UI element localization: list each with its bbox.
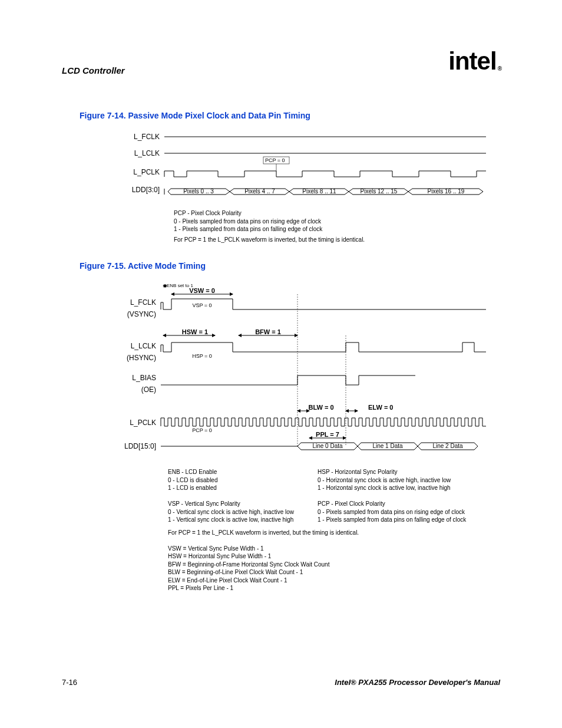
page-footer: 7-16 Intel® PXA255 Processor Developer's… bbox=[62, 678, 500, 687]
fig15-fclk-sub: (VSYNC) bbox=[127, 310, 156, 318]
fig15-lb-5: BLW = Beginning-of-Line Pixel Clock Wait… bbox=[168, 568, 500, 577]
fig15-lbias-label: L_BIAS bbox=[132, 374, 156, 382]
fig15-ll-2: 1 - LCD is enabled bbox=[168, 484, 294, 492]
fig14-cell-1: Pixels 4 .. 7 bbox=[244, 188, 275, 195]
fig15-lr-5: 0 - Pixels sampled from data pins on ris… bbox=[318, 508, 466, 516]
fig14-pcp-label: PCP = 0 bbox=[265, 157, 285, 163]
fig14-cell-2: Pixels 8 .. 11 bbox=[302, 188, 336, 195]
fig15-pclk-label: L_PCLK bbox=[130, 419, 156, 427]
fig14-cell-3: Pixels 12 .. 15 bbox=[361, 188, 398, 195]
fig15-bfw: BFW = 1 bbox=[255, 328, 281, 335]
fig15-legend: ENB - LCD Enable 0 - LCD is disabled 1 -… bbox=[168, 468, 500, 592]
figure-15-diagram: ENB set to 1 VSW = 0 L_FCLK (VSYNC) VSP … bbox=[121, 281, 500, 460]
fig14-legend-3: For PCP = 1 the L_PCLK waveform is inver… bbox=[174, 236, 500, 244]
fig15-lb-2: VSW = Vertical Sync Pulse Width - 1 bbox=[168, 545, 500, 553]
section-title: LCD Controller bbox=[62, 65, 125, 75]
fig14-lclk-label: L_LCLK bbox=[134, 149, 160, 157]
figure-14-caption: Figure 7-14. Passive Mode Pixel Clock an… bbox=[80, 111, 500, 120]
fig15-ldd-label: LDD[15:0] bbox=[124, 442, 156, 450]
fig15-lb-6: ELW = End-of-Line Pixel Clock Wait Count… bbox=[168, 577, 500, 585]
fig15-lr-0: HSP - Horizontal Sync Polarity bbox=[318, 468, 466, 476]
fig14-cell-4: Pixels 16 .. 19 bbox=[428, 188, 465, 195]
fig15-lb-0: For PCP = 1 the L_PCLK waveform is inver… bbox=[168, 529, 500, 537]
page-header: LCD Controller intel® bbox=[62, 47, 500, 75]
fig15-lr-2: 1 - Horizontal sync clock is active low,… bbox=[318, 484, 466, 492]
fig15-svg: ENB set to 1 VSW = 0 L_FCLK (VSYNC) VSP … bbox=[121, 281, 486, 458]
intel-logo: intel® bbox=[448, 47, 500, 75]
fig15-lbias-sub: (OE) bbox=[141, 386, 156, 394]
fig14-legend-1: 0 - Pixels sampled from data pins on ris… bbox=[174, 218, 500, 226]
fig15-pcp: PCP = 0 bbox=[192, 427, 212, 433]
figure-14-diagram: L_FCLK L_LCLK PCP = 0 L_PCLK LDD[3:0] bbox=[127, 131, 500, 203]
fig15-legend-right-col: HSP - Horizontal Sync Polarity 0 - Horiz… bbox=[318, 468, 466, 524]
fig15-ll-1: 0 - LCD is disabled bbox=[168, 476, 294, 485]
fig15-lclk-sub: (HSYNC) bbox=[127, 354, 156, 362]
fig14-legend-2: 1 - Pixels sampled from data pins on fal… bbox=[174, 225, 500, 233]
fig15-cell-0: Line 0 Data bbox=[312, 443, 343, 449]
fig15-ll-4: VSP - Vertical Sync Polarity bbox=[168, 500, 294, 508]
figure-15-caption: Figure 7-15. Active Mode Timing bbox=[80, 261, 500, 271]
fig15-lr-6: 1 - Pixels sampled from data pins on fal… bbox=[318, 516, 466, 524]
fig15-lr-1: 0 - Horizontal sync clock is active high… bbox=[318, 476, 466, 485]
footer-manual-title: Intel® PXA255 Processor Developer's Manu… bbox=[335, 678, 500, 687]
fig15-lr-3 bbox=[318, 492, 466, 500]
fig14-fclk-label: L_FCLK bbox=[134, 133, 160, 141]
fig15-cell-2: Line 2 Data bbox=[432, 443, 463, 449]
footer-page-number: 7-16 bbox=[62, 678, 77, 687]
fig15-lb-1 bbox=[168, 536, 500, 545]
page: LCD Controller intel® Figure 7-14. Passi… bbox=[0, 0, 562, 728]
fig15-vsw: VSW = 0 bbox=[189, 287, 215, 294]
fig15-lr-4: PCP - Pixel Clock Polarity bbox=[318, 500, 466, 508]
fig15-lb-4: BFW = Beginning-of-Frame Horizontal Sync… bbox=[168, 561, 500, 569]
fig15-blw: BLW = 0 bbox=[308, 404, 333, 411]
fig15-ll-5: 0 - Vertical sync clock is active high, … bbox=[168, 508, 294, 516]
fig14-legend-0: PCP - Pixel Clock Polarity bbox=[174, 209, 500, 218]
fig14-svg: L_FCLK L_LCLK PCP = 0 L_PCLK LDD[3:0] bbox=[127, 131, 486, 202]
fig15-ppl: PPL = 7 bbox=[316, 431, 339, 438]
fig14-legend: PCP - Pixel Clock Polarity 0 - Pixels sa… bbox=[174, 209, 500, 243]
fig15-elw: ELW = 0 bbox=[368, 404, 394, 411]
fig15-ll-3 bbox=[168, 492, 294, 500]
fig15-vsp: VSP = 0 bbox=[192, 302, 211, 308]
fig15-hsw: HSW = 1 bbox=[182, 328, 208, 335]
fig14-cell-0: Pixels 0 .. 3 bbox=[183, 188, 214, 195]
fig14-ldd-label: LDD[3:0] bbox=[132, 186, 160, 194]
fig15-ll-0: ENB - LCD Enable bbox=[168, 468, 294, 476]
logo-registered: ® bbox=[498, 65, 501, 72]
fig15-lclk-label: L_LCLK bbox=[131, 342, 156, 350]
fig14-pclk-label: L_PCLK bbox=[133, 168, 160, 176]
fig15-lb-7: PPL = Pixels Per Line - 1 bbox=[168, 584, 500, 592]
logo-text: intel bbox=[448, 47, 496, 75]
fig15-fclk-label: L_FCLK bbox=[130, 298, 156, 307]
fig15-cell-1: Line 1 Data bbox=[372, 443, 403, 449]
fig15-lb-3: HSW = Horizontal Sync Pulse Width - 1 bbox=[168, 552, 500, 561]
fig15-ll-6: 1 - Vertical sync clock is active low, i… bbox=[168, 516, 294, 524]
fig15-hsp: HSP = 0 bbox=[192, 353, 212, 359]
fig15-legend-left-col: ENB - LCD Enable 0 - LCD is disabled 1 -… bbox=[168, 468, 294, 524]
